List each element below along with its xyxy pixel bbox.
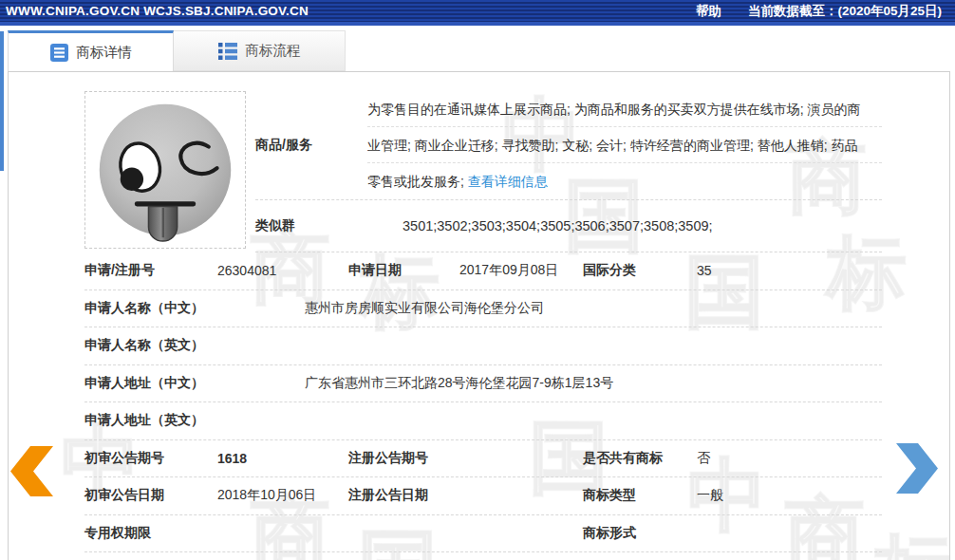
document-lines-icon — [50, 44, 68, 62]
mark-form-label: 商标形式 — [583, 525, 697, 542]
shared-mark-label: 是否共有商标 — [583, 450, 697, 467]
goods-services-line-text: 零售或批发服务; — [367, 174, 464, 189]
prelim-notice-no-value: 1618 — [217, 451, 348, 466]
previous-record-arrow[interactable] — [10, 446, 54, 500]
field-row-address-en: 申请人地址（英文） — [84, 402, 882, 440]
similar-group-value: 3501;3502;3503;3504;3505;3506;3507;3508;… — [403, 218, 713, 233]
field-row-exclusive-period: 专用权期限 商标形式 — [84, 515, 882, 553]
goods-services-value: 为零售目的在通讯媒体上展示商品; 为商品和服务的买卖双方提供在线市场; 演员的商… — [367, 91, 882, 199]
applicant-cn-value: 惠州市房房顺实业有限公司海伦堡分公司 — [305, 300, 882, 317]
similar-group-row: 类似群 3501;3502;3503;3504;3505;3506;3507;3… — [255, 200, 882, 252]
view-details-link[interactable]: 查看详细信息 — [468, 174, 548, 189]
similar-group-label: 类似群 — [255, 217, 403, 234]
address-en-label: 申请人地址（英文） — [84, 412, 305, 429]
tab-detail-label: 商标详情 — [77, 44, 132, 62]
tab-process-label: 商标流程 — [246, 42, 301, 60]
trademark-image — [91, 96, 239, 244]
prelim-notice-date-value: 2018年10月06日 — [217, 487, 348, 504]
help-link[interactable]: 帮助 — [696, 3, 721, 20]
goods-services-row: 商品/服务 为零售目的在通讯媒体上展示商品; 为商品和服务的买卖双方提供在线市场… — [255, 91, 882, 200]
left-blue-accent-bar — [0, 31, 4, 171]
goods-services-line: 零售或批发服务; 查看详细信息 — [367, 163, 882, 199]
goods-services-label: 商品/服务 — [255, 91, 367, 199]
exclusive-period-label: 专用权期限 — [84, 525, 217, 542]
trademark-detail-panel: 中国商标商标国中商国中商标国 — [8, 71, 950, 560]
applicant-en-label: 申请人名称（英文） — [84, 337, 305, 354]
field-row-prelim-notice: 初审公告期号 1618 注册公告期号 是否共有商标 否 — [84, 440, 882, 478]
goods-services-line: 业管理; 商业企业迁移; 寻找赞助; 文秘; 会计; 特许经营的商业管理; 替他… — [367, 127, 882, 163]
tab-trademark-process[interactable]: 商标流程 — [174, 30, 346, 71]
reg-notice-date-label: 注册公告日期 — [348, 487, 459, 504]
field-row-address-cn: 申请人地址（中文） 广东省惠州市三环北路28号海伦堡花园7-9栋1层13号 — [84, 365, 882, 403]
shared-mark-value: 否 — [697, 450, 882, 467]
mark-type-value: 一般 — [697, 487, 882, 504]
data-cutoff-text: 当前数据截至：(2020年05月25日) — [748, 3, 942, 20]
applicant-cn-label: 申请人名称（中文） — [84, 300, 305, 317]
tab-trademark-detail[interactable]: 商标详情 — [8, 30, 174, 71]
intl-class-label: 国际分类 — [583, 262, 697, 279]
prelim-notice-date-label: 初审公告日期 — [84, 487, 217, 504]
app-reg-no-value: 26304081 — [217, 263, 348, 278]
address-cn-value: 广东省惠州市三环北路28号海伦堡花园7-9栋1层13号 — [305, 375, 882, 392]
fields-table: 申请/注册号 26304081 申请日期 2017年09月08日 国际分类 35… — [84, 252, 882, 552]
app-date-value: 2017年09月08日 — [459, 262, 583, 279]
intl-class-value: 35 — [697, 263, 882, 278]
address-cn-label: 申请人地址（中文） — [84, 375, 305, 392]
app-date-label: 申请日期 — [348, 262, 459, 279]
list-icon — [218, 43, 237, 60]
top-section: 商品/服务 为零售目的在通讯媒体上展示商品; 为商品和服务的买卖双方提供在线市场… — [84, 91, 949, 252]
next-record-arrow[interactable] — [896, 443, 939, 497]
top-header-bar: WWW.CNIPA.GOV.CN WCJS.SBJ.CNIPA.GOV.CN 帮… — [0, 0, 955, 26]
mark-type-label: 商标类型 — [583, 487, 697, 504]
field-row-applicant-cn: 申请人名称（中文） 惠州市房房顺实业有限公司海伦堡分公司 — [84, 290, 882, 328]
prelim-notice-no-label: 初审公告期号 — [84, 450, 217, 467]
goods-services-line: 为零售目的在通讯媒体上展示商品; 为商品和服务的买卖双方提供在线市场; 演员的商 — [367, 91, 882, 127]
trademark-image-box — [84, 91, 246, 249]
field-row-applicant-en: 申请人名称（英文） — [84, 327, 882, 365]
field-row-application: 申请/注册号 26304081 申请日期 2017年09月08日 国际分类 35 — [84, 252, 882, 290]
site-domains-text: WWW.CNIPA.GOV.CN WCJS.SBJ.CNIPA.GOV.CN — [6, 4, 309, 18]
reg-notice-no-label: 注册公告期号 — [348, 450, 459, 467]
tab-bar: 商标详情 商标流程 — [8, 30, 955, 71]
app-reg-no-label: 申请/注册号 — [84, 262, 217, 279]
field-row-notice-dates: 初审公告日期 2018年10月06日 注册公告日期 商标类型 一般 — [84, 477, 882, 515]
